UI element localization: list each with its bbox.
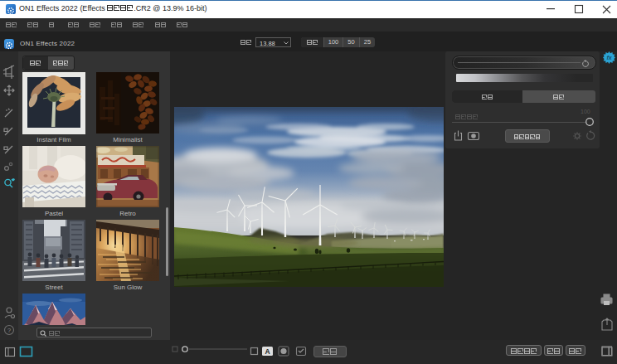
svg-text:fx: fx	[606, 55, 612, 61]
svg-text:?: ?	[7, 327, 11, 334]
svg-text:A: A	[265, 347, 270, 356]
